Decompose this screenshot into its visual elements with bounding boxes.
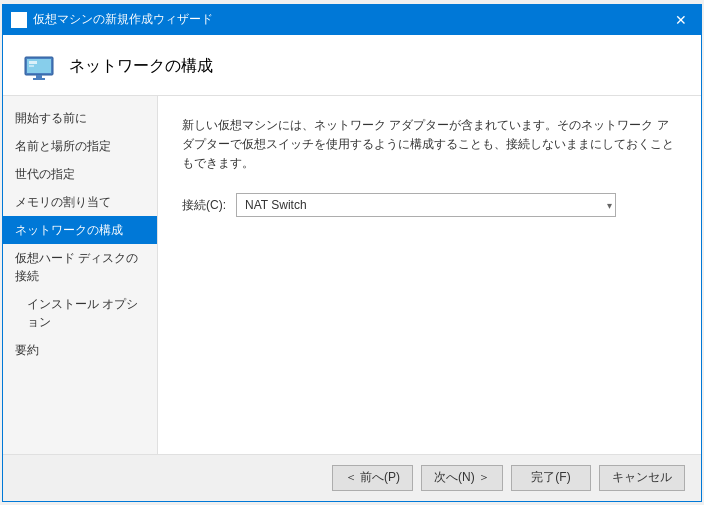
sidebar: 開始する前に 名前と場所の指定 世代の指定 メモリの割り当て ネットワークの構成… [3, 96, 158, 454]
svg-rect-4 [36, 75, 42, 78]
sidebar-item-generation[interactable]: 世代の指定 [3, 160, 157, 188]
window-icon [11, 12, 27, 28]
content-area: 開始する前に 名前と場所の指定 世代の指定 メモリの割り当て ネットワークの構成… [3, 96, 701, 454]
window-body: ネットワークの構成 開始する前に 名前と場所の指定 世代の指定 メモリの割り当て… [3, 35, 701, 501]
close-button[interactable]: ✕ [669, 8, 693, 32]
connection-label: 接続(C): [182, 197, 226, 214]
main-content: 新しい仮想マシンには、ネットワーク アダプターが含まれています。そのネットワーク… [158, 96, 701, 454]
description-text: 新しい仮想マシンには、ネットワーク アダプターが含まれています。そのネットワーク… [182, 116, 677, 174]
footer: ＜ 前へ(P) 次へ(N) ＞ 完了(F) キャンセル [3, 454, 701, 501]
next-button[interactable]: 次へ(N) ＞ [421, 465, 503, 491]
header-area: ネットワークの構成 [3, 35, 701, 96]
sidebar-item-install-options[interactable]: インストール オプション [3, 290, 157, 336]
title-bar: 仮想マシンの新規作成ウィザード ✕ [3, 5, 701, 35]
sidebar-item-network[interactable]: ネットワークの構成 [3, 216, 157, 244]
window-title: 仮想マシンの新規作成ウィザード [33, 11, 669, 28]
sidebar-item-before-start[interactable]: 開始する前に [3, 104, 157, 132]
sidebar-item-summary[interactable]: 要約 [3, 336, 157, 364]
cancel-button[interactable]: キャンセル [599, 465, 685, 491]
sidebar-item-vhd[interactable]: 仮想ハード ディスクの接続 [3, 244, 157, 290]
svg-rect-6 [29, 61, 37, 64]
svg-rect-5 [33, 78, 45, 80]
page-title: ネットワークの構成 [69, 56, 213, 77]
sidebar-item-name-location[interactable]: 名前と場所の指定 [3, 132, 157, 160]
svg-rect-1 [14, 15, 24, 25]
sidebar-item-memory[interactable]: メモリの割り当て [3, 188, 157, 216]
svg-rect-7 [29, 65, 34, 67]
connection-row: 接続(C): NAT Switch 接続しない ▾ [182, 193, 677, 217]
connection-select[interactable]: NAT Switch 接続しない [236, 193, 616, 217]
back-button[interactable]: ＜ 前へ(P) [332, 465, 413, 491]
network-icon [23, 51, 55, 83]
connection-select-wrapper: NAT Switch 接続しない ▾ [236, 193, 616, 217]
main-window: 仮想マシンの新規作成ウィザード ✕ ネットワークの構成 開始する前に [2, 4, 702, 502]
finish-button[interactable]: 完了(F) [511, 465, 591, 491]
